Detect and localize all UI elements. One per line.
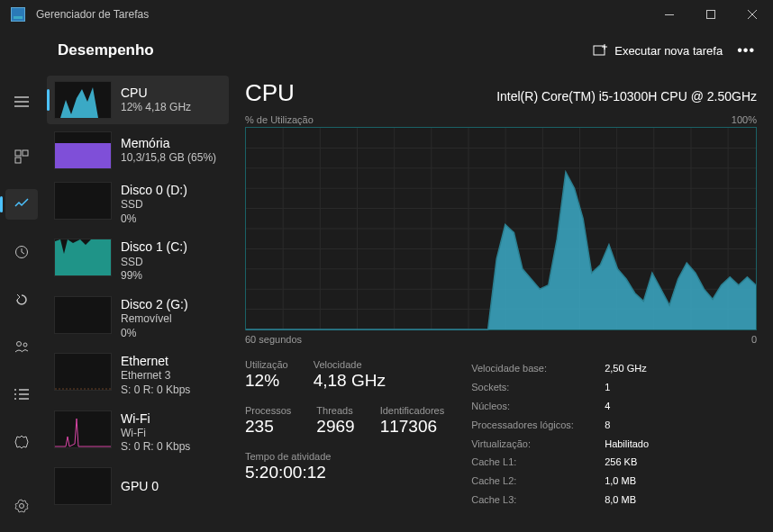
eth-thumb xyxy=(54,353,112,391)
hamburger-button[interactable] xyxy=(5,86,38,118)
svg-point-9 xyxy=(20,503,24,508)
run-new-task-button[interactable]: Executar nova tarefa xyxy=(593,43,723,58)
window-title: Gerenciador de Tarefas xyxy=(36,8,149,21)
page-title: Desempenho xyxy=(58,41,154,59)
nav-rail xyxy=(0,72,43,532)
cpu-chart[interactable] xyxy=(245,127,757,330)
sidebar-item-ethernet[interactable]: EthernetEthernet 3S: 0 R: 0 Kbps xyxy=(47,347,229,402)
svg-rect-4 xyxy=(23,150,28,156)
stat-processes: 235 xyxy=(245,417,291,437)
cpu-info-list: Velocidade base:2,50 GHzSockets:1Núcleos… xyxy=(471,359,649,509)
sidebar-item-disk0[interactable]: Disco 0 (D:)SSD0% xyxy=(47,176,229,231)
run-task-icon xyxy=(593,43,607,58)
maximize-button[interactable] xyxy=(690,0,732,29)
stat-uptime: 5:20:00:12 xyxy=(245,463,444,482)
stat-threads: 2969 xyxy=(316,417,354,437)
svg-point-8 xyxy=(23,343,27,347)
close-button[interactable] xyxy=(732,0,773,29)
cpu-thumb xyxy=(54,81,112,119)
sidebar-item-memory[interactable]: Memória10,3/15,8 GB (65%) xyxy=(47,126,229,175)
page-header: Desempenho Executar nova tarefa ••• xyxy=(0,29,773,72)
main-panel: CPU Intel(R) Core(TM) i5-10300H CPU @ 2.… xyxy=(232,72,773,532)
svg-marker-12 xyxy=(55,239,112,275)
app-icon xyxy=(11,7,25,22)
run-task-label: Executar nova tarefa xyxy=(614,44,723,58)
chart-top-right: 100% xyxy=(732,114,757,125)
titlebar: Gerenciador de Tarefas xyxy=(0,0,773,29)
sidebar-item-disk2[interactable]: Disco 2 (G:)Removível0% xyxy=(47,291,229,346)
sidebar-item-disk1[interactable]: Disco 1 (C:)SSD99% xyxy=(47,233,229,288)
nav-history[interactable] xyxy=(5,236,38,267)
chart-top-left: % de Utilização xyxy=(245,114,314,125)
wifi-thumb xyxy=(54,410,112,448)
svg-rect-5 xyxy=(15,158,21,163)
nav-details[interactable] xyxy=(5,379,38,410)
disk1-thumb xyxy=(54,239,112,276)
nav-processes[interactable] xyxy=(5,141,38,173)
stat-utilization: 12% xyxy=(245,371,288,391)
svg-point-7 xyxy=(17,342,22,347)
chart-bot-left: 60 segundos xyxy=(245,334,302,345)
svg-marker-35 xyxy=(246,172,756,329)
sidebar-item-gpu0[interactable]: GPU 0 xyxy=(47,462,229,510)
nav-services[interactable] xyxy=(5,426,38,457)
stat-speed: 4,18 GHz xyxy=(314,371,386,391)
svg-rect-1 xyxy=(707,11,715,19)
cpu-model: Intel(R) Core(TM) i5-10300H CPU @ 2.50GH… xyxy=(496,89,757,104)
memory-thumb xyxy=(54,131,112,169)
stat-handles: 117306 xyxy=(380,417,445,437)
nav-performance[interactable] xyxy=(5,189,38,221)
resource-title: CPU xyxy=(245,79,295,107)
nav-users[interactable] xyxy=(5,331,38,363)
gpu-thumb xyxy=(54,467,112,505)
more-options-button[interactable]: ••• xyxy=(737,42,755,59)
svg-rect-0 xyxy=(665,14,674,15)
nav-startup[interactable] xyxy=(5,284,38,315)
svg-rect-11 xyxy=(55,143,112,168)
nav-settings[interactable] xyxy=(5,490,38,521)
disk0-thumb xyxy=(54,182,112,220)
sidebar-item-wifi[interactable]: Wi-FiWi-FiS: 0 R: 0 Kbps xyxy=(47,405,229,460)
perf-sidebar[interactable]: CPU12% 4,18 GHz Memória10,3/15,8 GB (65%… xyxy=(43,72,232,532)
svg-marker-10 xyxy=(55,87,112,118)
minimize-button[interactable] xyxy=(649,0,690,29)
svg-rect-3 xyxy=(15,150,21,156)
chart-bot-right: 0 xyxy=(751,334,757,345)
sidebar-item-cpu[interactable]: CPU12% 4,18 GHz xyxy=(47,76,229,124)
disk2-thumb xyxy=(54,296,112,334)
